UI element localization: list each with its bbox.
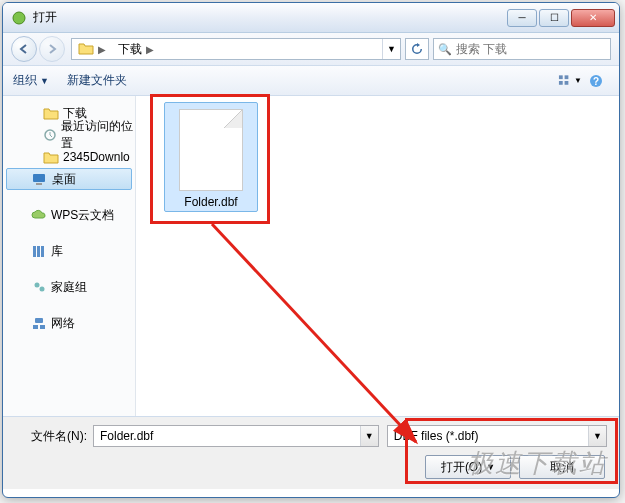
filename-combo[interactable]: Folder.dbf ▼ [93,425,379,447]
desktop-icon [32,171,48,187]
app-icon [11,10,27,26]
sidebar-label: 2345Downlo [63,150,130,164]
breadcrumb-dropdown[interactable]: ▼ [382,39,400,59]
breadcrumb-label: 下载 [118,41,142,58]
chevron-down-icon: ▼ [387,44,396,54]
maximize-button[interactable]: ☐ [539,9,569,27]
svg-rect-9 [36,183,42,185]
main-area: 下载 最近访问的位置 2345Downlo 桌面 WPS云文档 [3,96,619,416]
sidebar-item-libraries[interactable]: 库 [3,240,135,262]
cancel-label: 取消 [550,459,574,476]
bottom-bar: 文件名(N): Folder.dbf ▼ DBF files (*.dbf) ▼… [3,416,619,489]
breadcrumb-root[interactable]: ▶ [72,39,112,59]
navbar: ▶ 下载 ▶ ▼ 🔍 [3,33,619,66]
svg-point-14 [40,287,45,292]
svg-rect-10 [33,246,36,257]
chevron-down-icon: ▼ [574,76,582,85]
svg-rect-4 [565,81,569,85]
view-options-button[interactable]: ▼ [557,71,583,91]
svg-text:?: ? [593,76,599,87]
breadcrumb[interactable]: ▶ 下载 ▶ ▼ [71,38,401,60]
search-input[interactable] [456,42,606,56]
sidebar-label: 库 [51,243,63,260]
filetype-dropdown[interactable]: ▼ [588,426,606,446]
open-button[interactable]: 打开(O) ▼ [425,455,511,479]
filename-dropdown[interactable]: ▼ [360,426,378,446]
folder-icon [43,149,59,165]
file-pane[interactable]: Folder.dbf [136,96,619,416]
recent-icon [43,127,57,143]
sidebar-label: 网络 [51,315,75,332]
organize-label: 组织 [13,72,37,89]
svg-rect-3 [559,81,563,85]
svg-rect-8 [33,174,45,182]
sidebar-label: 家庭组 [51,279,87,296]
svg-rect-2 [565,75,569,79]
svg-rect-17 [40,325,45,329]
window-title: 打开 [33,9,505,26]
sidebar-item-wps[interactable]: WPS云文档 [3,204,135,226]
svg-rect-11 [37,246,40,257]
file-item[interactable]: Folder.dbf [164,102,258,212]
open-label: 打开(O) [441,459,482,476]
svg-point-0 [13,12,25,24]
filetype-combo[interactable]: DBF files (*.dbf) ▼ [387,425,607,447]
search-box[interactable]: 🔍 [433,38,611,60]
new-folder-button[interactable]: 新建文件夹 [67,72,127,89]
organize-menu[interactable]: 组织 ▼ [13,72,49,89]
filetype-value: DBF files (*.dbf) [388,429,588,443]
breadcrumb-segment[interactable]: 下载 ▶ [112,39,160,59]
sidebar-item-2345[interactable]: 2345Downlo [3,146,135,168]
svg-point-13 [35,283,40,288]
back-button[interactable] [11,36,37,62]
open-file-dialog: 打开 ─ ☐ ✕ ▶ 下载 ▶ ▼ [2,2,620,498]
sidebar-item-network[interactable]: 网络 [3,312,135,334]
library-icon [31,243,47,259]
svg-rect-16 [33,325,38,329]
filename-label: 文件名(N): [15,428,87,445]
network-icon [31,315,47,331]
folder-icon [43,105,59,121]
filename-value: Folder.dbf [94,429,360,443]
sidebar-item-homegroup[interactable]: 家庭组 [3,276,135,298]
homegroup-icon [31,279,47,295]
cancel-button[interactable]: 取消 [519,455,605,479]
sidebar-label: 桌面 [52,171,76,188]
split-arrow-icon: ▼ [486,462,495,472]
sidebar-item-desktop[interactable]: 桌面 [6,168,132,190]
chevron-right-icon: ▶ [98,44,106,55]
search-icon: 🔍 [438,43,452,56]
toolbar: 组织 ▼ 新建文件夹 ▼ ? [3,66,619,96]
sidebar: 下载 最近访问的位置 2345Downlo 桌面 WPS云文档 [3,96,136,416]
help-button[interactable]: ? [583,71,609,91]
cloud-icon [31,207,47,223]
sidebar-item-recent[interactable]: 最近访问的位置 [3,124,135,146]
chevron-down-icon: ▼ [593,431,602,441]
chevron-right-icon: ▶ [146,44,154,55]
file-name: Folder.dbf [167,195,255,209]
close-button[interactable]: ✕ [571,9,615,27]
file-icon [179,109,243,191]
new-folder-label: 新建文件夹 [67,72,127,89]
folder-icon [78,41,94,58]
chevron-down-icon: ▼ [40,76,49,86]
forward-button[interactable] [39,36,65,62]
refresh-button[interactable] [405,38,429,60]
minimize-button[interactable]: ─ [507,9,537,27]
titlebar: 打开 ─ ☐ ✕ [3,3,619,33]
chevron-down-icon: ▼ [365,431,374,441]
sidebar-label: WPS云文档 [51,207,114,224]
svg-rect-12 [41,246,44,257]
svg-rect-1 [559,75,563,79]
svg-rect-15 [35,318,43,323]
